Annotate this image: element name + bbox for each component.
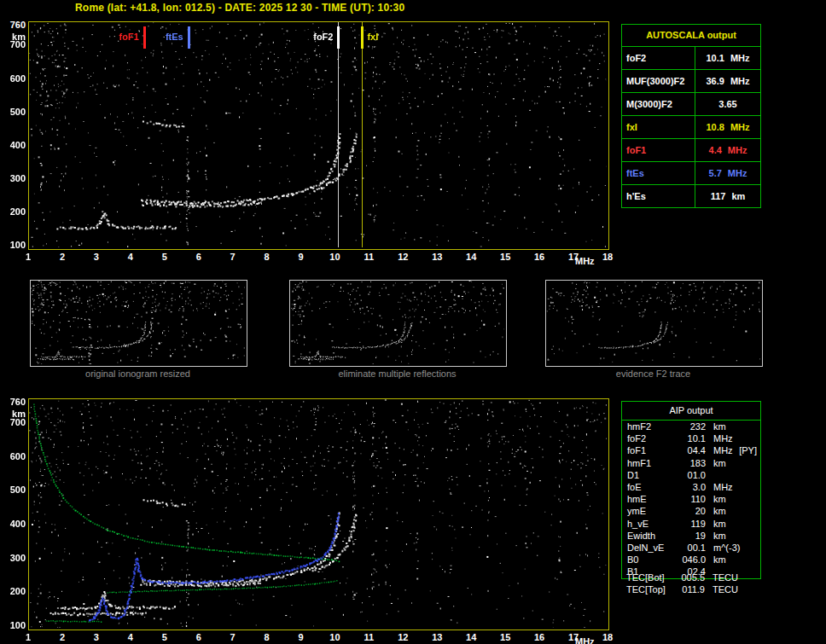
autoscala-screen: Rome (lat: +41.8, lon: 012.5) - DATE: 20… <box>0 0 826 644</box>
autoscala-row-value: 117km <box>695 185 760 207</box>
aip-row-value: 110 <box>675 493 706 505</box>
aip-row-foF2: foF210.1MHz <box>622 432 760 444</box>
x-tick-label: 9 <box>291 252 311 262</box>
x-tick-label: 11 <box>358 632 379 642</box>
aip-row-foE: foE3.0MHz <box>622 481 760 493</box>
aip-row-unit: km <box>713 421 726 432</box>
aip-row-value: 10.1 <box>675 432 706 444</box>
x-tick-label: 10 <box>324 632 345 642</box>
y-tick-label: 760 <box>3 397 26 407</box>
aip-row-label: hmF2 <box>627 421 675 432</box>
x-tick-label: 2 <box>52 632 73 642</box>
x-tick-label: 5 <box>154 252 175 262</box>
aip-row-hmF1: hmF1183km <box>622 457 760 469</box>
thumbnail-canvas-3 <box>546 281 760 364</box>
x-tick-label: 8 <box>257 252 277 262</box>
aip-row-unit: MHz <box>713 432 733 444</box>
ionogram-plot-aip <box>28 398 609 630</box>
aip-row-label: foF1 <box>627 444 675 456</box>
marker-bar-foF2 <box>337 26 340 49</box>
x-tick-label: 15 <box>495 632 515 642</box>
marker-bar-fxI <box>361 26 364 49</box>
x-tick-label: 4 <box>120 252 141 262</box>
thumbnail-caption-2: eliminate multiple reflections <box>288 368 506 379</box>
thumbnail-caption-3: evidence F2 trace <box>544 368 762 379</box>
x-tick-label: 8 <box>257 632 277 642</box>
thumbnail-original-ionogram <box>30 280 247 367</box>
aip-output-table: AIP output hmF2232kmfoF210.1MHzfoF104.4M… <box>621 401 761 579</box>
aip-row-value: 04.4 <box>675 444 706 456</box>
autoscala-row-value: 3.65 <box>695 93 760 115</box>
aip-row-unit: MHz <box>713 444 733 456</box>
aip-row-ymE: ymE20km <box>622 505 760 517</box>
aip-table-rows: hmF2232kmfoF210.1MHzfoF104.4MHz[PY]hmF11… <box>622 421 760 577</box>
thumbnail-canvas-1 <box>31 281 245 364</box>
x-tick-label: 9 <box>291 632 311 642</box>
x-tick-label: 3 <box>86 252 107 262</box>
x-axis-unit-label: MHz <box>575 636 595 644</box>
autoscala-row-label: ftEs <box>622 162 695 184</box>
aip-row-value: 119 <box>675 518 706 530</box>
x-tick-label: 1 <box>18 252 38 262</box>
x-tick-label: 1 <box>18 632 38 642</box>
x-tick-label: 10 <box>324 252 345 262</box>
page-title: Rome (lat: +41.8, lon: 012.5) - DATE: 20… <box>75 2 404 14</box>
marker-label-fxI: fxI <box>367 32 378 42</box>
autoscala-row-value: 10.8MHz <box>695 116 760 138</box>
y-tick-label: 100 <box>3 240 26 250</box>
autoscala-row-value: 10.1MHz <box>695 47 760 69</box>
y-tick-label: 600 <box>3 451 26 461</box>
aip-row-value: 046.0 <box>675 554 706 566</box>
aip-row-value: 011.9 <box>674 584 705 595</box>
aip-row-unit: m^(-3) <box>713 542 740 554</box>
autoscala-row-label: MUF(3000)F2 <box>622 70 695 92</box>
autoscala-row-label: M(3000)F2 <box>622 93 695 115</box>
autoscala-row-h'Es: h'Es117km <box>622 185 760 207</box>
aip-table-header: AIP output <box>622 402 760 421</box>
x-tick-label: 6 <box>189 632 209 642</box>
x-tick-label: 16 <box>529 632 550 642</box>
marker-line-foF2 <box>338 22 339 247</box>
autoscala-output-table: AUTOSCALA output foF210.1MHzMUF(3000)F23… <box>621 24 761 208</box>
aip-row-unit: TECU <box>713 572 738 583</box>
autoscala-row-MUF(3000)F2: MUF(3000)F236.9MHz <box>622 70 760 93</box>
y-tick-label: 100 <box>3 620 26 630</box>
autoscala-row-foF1: foF14.4MHz <box>622 139 760 162</box>
thumbnail-caption-1: original ionogram resized <box>29 368 247 379</box>
x-tick-label: 12 <box>393 632 413 642</box>
aip-row-label: B0 <box>627 554 675 566</box>
aip-row-label: hmE <box>627 493 675 505</box>
aip-row-label: TEC[Bot] <box>626 572 674 583</box>
autoscala-table-rows: foF210.1MHzMUF(3000)F236.9MHzM(3000)F23.… <box>622 47 760 207</box>
aip-row-label: foE <box>627 481 675 493</box>
aip-row-value: 232 <box>675 421 706 432</box>
aip-row-foF1: foF104.4MHz[PY] <box>622 444 760 456</box>
aip-row-label: DelN_vE <box>627 542 675 554</box>
y-tick-label: 500 <box>3 484 26 495</box>
autoscala-row-ftEs: ftEs5.7MHz <box>622 162 760 185</box>
autoscala-row-fxI: fxI10.8MHz <box>622 116 760 139</box>
thumbnail-canvas-2 <box>290 281 504 364</box>
autoscala-table-header: AUTOSCALA output <box>622 25 760 47</box>
aip-row-unit: TECU <box>713 584 738 595</box>
y-tick-label: 760 <box>3 20 26 30</box>
ionogram-plot-autoscala <box>28 21 609 250</box>
autoscala-row-label: h'Es <box>622 185 695 207</box>
aip-row-DelN_vE: DelN_vE00.1m^(-3) <box>622 542 760 554</box>
aip-row-TEC[Bot]: TEC[Bot]005.5TECU <box>621 572 765 583</box>
thumbnail-evidence-f2 <box>545 280 763 367</box>
x-tick-label: 3 <box>86 632 107 642</box>
x-tick-label: 7 <box>223 252 243 262</box>
x-tick-label: 13 <box>427 252 447 262</box>
x-tick-label: 12 <box>393 252 413 262</box>
marker-bar-foF1 <box>143 26 146 49</box>
x-tick-label: 2 <box>52 252 73 262</box>
marker-label-ftEs: ftEs <box>156 32 183 42</box>
autoscala-row-value: 5.7MHz <box>695 162 760 184</box>
marker-label-foF2: foF2 <box>305 32 333 42</box>
x-tick-label: 13 <box>427 632 447 642</box>
autoscala-row-label: foF1 <box>622 139 695 161</box>
aip-row-unit: km <box>713 554 726 566</box>
marker-label-foF1: foF1 <box>112 32 139 42</box>
y-tick-label: 500 <box>3 107 26 117</box>
